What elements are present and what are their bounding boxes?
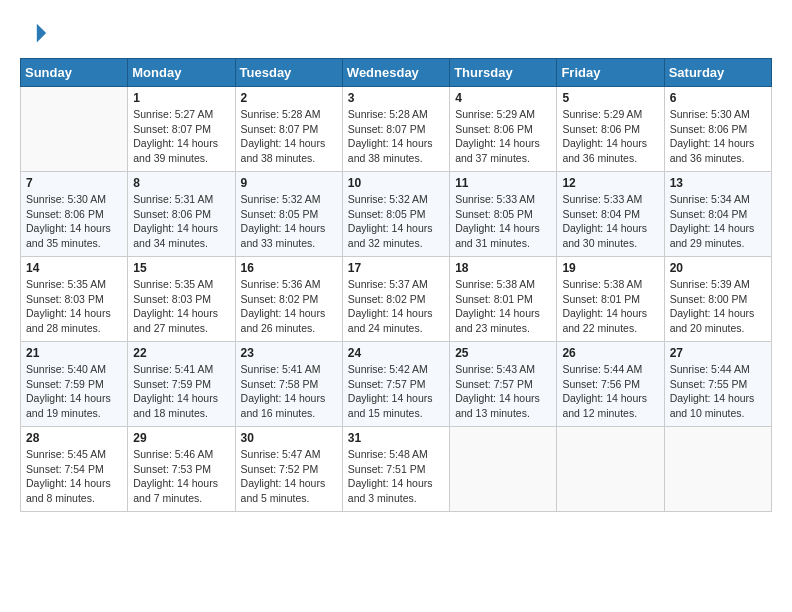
calendar-cell: 20Sunrise: 5:39 AM Sunset: 8:00 PM Dayli… <box>664 257 771 342</box>
calendar-week-4: 21Sunrise: 5:40 AM Sunset: 7:59 PM Dayli… <box>21 342 772 427</box>
day-info: Sunrise: 5:28 AM Sunset: 8:07 PM Dayligh… <box>348 107 444 166</box>
calendar-cell: 4Sunrise: 5:29 AM Sunset: 8:06 PM Daylig… <box>450 87 557 172</box>
calendar-cell: 6Sunrise: 5:30 AM Sunset: 8:06 PM Daylig… <box>664 87 771 172</box>
day-info: Sunrise: 5:37 AM Sunset: 8:02 PM Dayligh… <box>348 277 444 336</box>
calendar-header: SundayMondayTuesdayWednesdayThursdayFrid… <box>21 59 772 87</box>
day-info: Sunrise: 5:31 AM Sunset: 8:06 PM Dayligh… <box>133 192 229 251</box>
day-info: Sunrise: 5:30 AM Sunset: 8:06 PM Dayligh… <box>670 107 766 166</box>
calendar-cell: 7Sunrise: 5:30 AM Sunset: 8:06 PM Daylig… <box>21 172 128 257</box>
weekday-header-tuesday: Tuesday <box>235 59 342 87</box>
weekday-header-monday: Monday <box>128 59 235 87</box>
calendar-cell: 10Sunrise: 5:32 AM Sunset: 8:05 PM Dayli… <box>342 172 449 257</box>
calendar-cell: 3Sunrise: 5:28 AM Sunset: 8:07 PM Daylig… <box>342 87 449 172</box>
weekday-header-thursday: Thursday <box>450 59 557 87</box>
day-info: Sunrise: 5:35 AM Sunset: 8:03 PM Dayligh… <box>133 277 229 336</box>
calendar-cell: 28Sunrise: 5:45 AM Sunset: 7:54 PM Dayli… <box>21 427 128 512</box>
day-number: 13 <box>670 176 766 190</box>
day-number: 15 <box>133 261 229 275</box>
day-number: 28 <box>26 431 122 445</box>
calendar-body: 1Sunrise: 5:27 AM Sunset: 8:07 PM Daylig… <box>21 87 772 512</box>
day-info: Sunrise: 5:30 AM Sunset: 8:06 PM Dayligh… <box>26 192 122 251</box>
day-info: Sunrise: 5:42 AM Sunset: 7:57 PM Dayligh… <box>348 362 444 421</box>
calendar-cell: 15Sunrise: 5:35 AM Sunset: 8:03 PM Dayli… <box>128 257 235 342</box>
day-info: Sunrise: 5:29 AM Sunset: 8:06 PM Dayligh… <box>455 107 551 166</box>
day-info: Sunrise: 5:33 AM Sunset: 8:05 PM Dayligh… <box>455 192 551 251</box>
calendar-cell: 2Sunrise: 5:28 AM Sunset: 8:07 PM Daylig… <box>235 87 342 172</box>
day-number: 20 <box>670 261 766 275</box>
day-info: Sunrise: 5:27 AM Sunset: 8:07 PM Dayligh… <box>133 107 229 166</box>
day-number: 9 <box>241 176 337 190</box>
calendar-cell: 13Sunrise: 5:34 AM Sunset: 8:04 PM Dayli… <box>664 172 771 257</box>
day-number: 7 <box>26 176 122 190</box>
calendar-cell <box>557 427 664 512</box>
calendar-week-3: 14Sunrise: 5:35 AM Sunset: 8:03 PM Dayli… <box>21 257 772 342</box>
day-number: 10 <box>348 176 444 190</box>
weekday-header-row: SundayMondayTuesdayWednesdayThursdayFrid… <box>21 59 772 87</box>
day-info: Sunrise: 5:48 AM Sunset: 7:51 PM Dayligh… <box>348 447 444 506</box>
day-number: 11 <box>455 176 551 190</box>
calendar-cell: 26Sunrise: 5:44 AM Sunset: 7:56 PM Dayli… <box>557 342 664 427</box>
day-info: Sunrise: 5:41 AM Sunset: 7:59 PM Dayligh… <box>133 362 229 421</box>
day-number: 19 <box>562 261 658 275</box>
calendar-cell: 14Sunrise: 5:35 AM Sunset: 8:03 PM Dayli… <box>21 257 128 342</box>
day-number: 18 <box>455 261 551 275</box>
day-number: 24 <box>348 346 444 360</box>
calendar-cell: 17Sunrise: 5:37 AM Sunset: 8:02 PM Dayli… <box>342 257 449 342</box>
calendar-cell: 27Sunrise: 5:44 AM Sunset: 7:55 PM Dayli… <box>664 342 771 427</box>
day-number: 16 <box>241 261 337 275</box>
day-info: Sunrise: 5:34 AM Sunset: 8:04 PM Dayligh… <box>670 192 766 251</box>
day-info: Sunrise: 5:40 AM Sunset: 7:59 PM Dayligh… <box>26 362 122 421</box>
day-info: Sunrise: 5:45 AM Sunset: 7:54 PM Dayligh… <box>26 447 122 506</box>
calendar-cell <box>21 87 128 172</box>
calendar-cell: 18Sunrise: 5:38 AM Sunset: 8:01 PM Dayli… <box>450 257 557 342</box>
day-info: Sunrise: 5:32 AM Sunset: 8:05 PM Dayligh… <box>241 192 337 251</box>
calendar-cell: 21Sunrise: 5:40 AM Sunset: 7:59 PM Dayli… <box>21 342 128 427</box>
day-info: Sunrise: 5:39 AM Sunset: 8:00 PM Dayligh… <box>670 277 766 336</box>
calendar-cell: 11Sunrise: 5:33 AM Sunset: 8:05 PM Dayli… <box>450 172 557 257</box>
day-number: 14 <box>26 261 122 275</box>
day-info: Sunrise: 5:28 AM Sunset: 8:07 PM Dayligh… <box>241 107 337 166</box>
day-info: Sunrise: 5:38 AM Sunset: 8:01 PM Dayligh… <box>562 277 658 336</box>
calendar-cell: 22Sunrise: 5:41 AM Sunset: 7:59 PM Dayli… <box>128 342 235 427</box>
day-number: 1 <box>133 91 229 105</box>
calendar-cell: 5Sunrise: 5:29 AM Sunset: 8:06 PM Daylig… <box>557 87 664 172</box>
calendar-table: SundayMondayTuesdayWednesdayThursdayFrid… <box>20 58 772 512</box>
calendar-cell: 24Sunrise: 5:42 AM Sunset: 7:57 PM Dayli… <box>342 342 449 427</box>
day-number: 23 <box>241 346 337 360</box>
calendar-cell: 30Sunrise: 5:47 AM Sunset: 7:52 PM Dayli… <box>235 427 342 512</box>
day-info: Sunrise: 5:32 AM Sunset: 8:05 PM Dayligh… <box>348 192 444 251</box>
day-number: 5 <box>562 91 658 105</box>
day-number: 31 <box>348 431 444 445</box>
logo <box>20 20 52 48</box>
calendar-cell: 29Sunrise: 5:46 AM Sunset: 7:53 PM Dayli… <box>128 427 235 512</box>
calendar-cell: 8Sunrise: 5:31 AM Sunset: 8:06 PM Daylig… <box>128 172 235 257</box>
page-header <box>20 20 772 48</box>
day-number: 4 <box>455 91 551 105</box>
calendar-cell: 31Sunrise: 5:48 AM Sunset: 7:51 PM Dayli… <box>342 427 449 512</box>
day-info: Sunrise: 5:43 AM Sunset: 7:57 PM Dayligh… <box>455 362 551 421</box>
logo-icon <box>20 20 48 48</box>
calendar-cell: 23Sunrise: 5:41 AM Sunset: 7:58 PM Dayli… <box>235 342 342 427</box>
day-number: 6 <box>670 91 766 105</box>
day-number: 25 <box>455 346 551 360</box>
day-number: 17 <box>348 261 444 275</box>
day-info: Sunrise: 5:41 AM Sunset: 7:58 PM Dayligh… <box>241 362 337 421</box>
day-number: 26 <box>562 346 658 360</box>
day-info: Sunrise: 5:46 AM Sunset: 7:53 PM Dayligh… <box>133 447 229 506</box>
weekday-header-friday: Friday <box>557 59 664 87</box>
weekday-header-saturday: Saturday <box>664 59 771 87</box>
day-info: Sunrise: 5:36 AM Sunset: 8:02 PM Dayligh… <box>241 277 337 336</box>
day-info: Sunrise: 5:29 AM Sunset: 8:06 PM Dayligh… <box>562 107 658 166</box>
calendar-week-1: 1Sunrise: 5:27 AM Sunset: 8:07 PM Daylig… <box>21 87 772 172</box>
calendar-cell <box>664 427 771 512</box>
day-number: 12 <box>562 176 658 190</box>
day-number: 2 <box>241 91 337 105</box>
calendar-cell: 16Sunrise: 5:36 AM Sunset: 8:02 PM Dayli… <box>235 257 342 342</box>
calendar-cell: 12Sunrise: 5:33 AM Sunset: 8:04 PM Dayli… <box>557 172 664 257</box>
calendar-cell: 19Sunrise: 5:38 AM Sunset: 8:01 PM Dayli… <box>557 257 664 342</box>
calendar-week-2: 7Sunrise: 5:30 AM Sunset: 8:06 PM Daylig… <box>21 172 772 257</box>
calendar-cell: 9Sunrise: 5:32 AM Sunset: 8:05 PM Daylig… <box>235 172 342 257</box>
day-info: Sunrise: 5:47 AM Sunset: 7:52 PM Dayligh… <box>241 447 337 506</box>
weekday-header-wednesday: Wednesday <box>342 59 449 87</box>
day-info: Sunrise: 5:44 AM Sunset: 7:55 PM Dayligh… <box>670 362 766 421</box>
